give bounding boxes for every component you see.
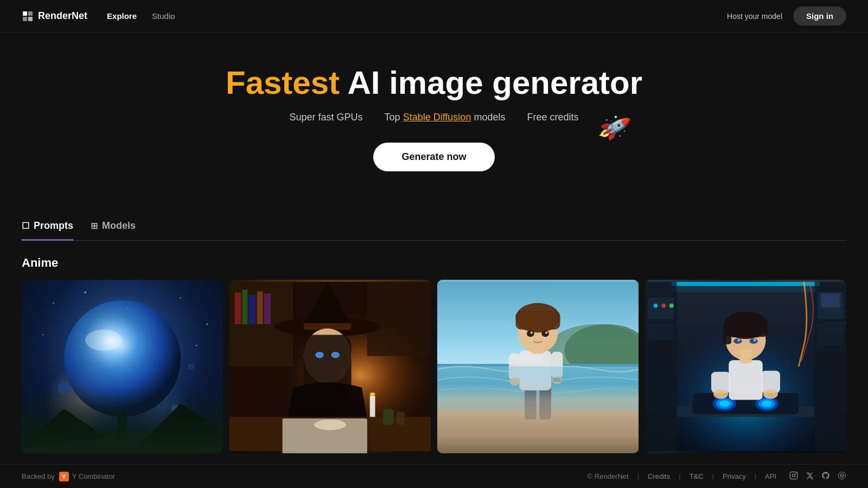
svg-rect-104 (825, 316, 846, 318)
svg-rect-103 (825, 310, 846, 312)
svg-rect-86 (729, 360, 762, 400)
tabs-section: ☐ Prompts ⊞ Models (0, 204, 868, 241)
footer: Backed by Y Y Combinator © RenderNet | C… (0, 464, 868, 488)
beach-svg (437, 280, 639, 453)
hero-subtitle: Super fast GPUs Top Stable Diffusion mod… (290, 112, 579, 123)
svg-point-98 (738, 339, 740, 341)
instagram-icon[interactable] (789, 471, 798, 481)
witch-image-inner (229, 280, 431, 453)
workshop-svg (645, 280, 846, 453)
tab-models[interactable]: ⊞ Models (91, 215, 136, 241)
logo-text: RenderNet (38, 10, 87, 22)
gallery-image-workshop[interactable] (645, 280, 846, 453)
footer-link-credits[interactable]: Credits (648, 472, 670, 480)
models-icon: ⊞ (91, 221, 98, 231)
tab-prompts[interactable]: ☐ Prompts (22, 215, 73, 241)
nav-links: Explore Studio (107, 11, 175, 21)
svg-point-60 (527, 331, 534, 337)
social-icons (789, 471, 846, 481)
gallery-image-space[interactable] (22, 280, 223, 453)
footer-link-tc[interactable]: T&C (690, 472, 704, 480)
svg-point-89 (713, 389, 728, 399)
github-icon[interactable] (821, 471, 830, 481)
beach-image-inner (437, 280, 639, 453)
svg-point-39 (370, 393, 375, 396)
subtitle-credits: Free credits (527, 112, 578, 123)
svg-point-61 (541, 331, 549, 337)
svg-rect-59 (515, 311, 560, 329)
generate-now-button[interactable]: Generate now (373, 143, 494, 171)
svg-point-110 (792, 474, 795, 477)
svg-point-7 (180, 297, 181, 298)
svg-rect-25 (235, 292, 241, 324)
twitter-x-icon[interactable] (806, 472, 814, 481)
svg-point-75 (654, 304, 658, 308)
svg-rect-52 (509, 354, 520, 380)
space-svg (22, 280, 223, 453)
svg-rect-24 (367, 282, 431, 356)
svg-point-35 (315, 352, 324, 358)
gallery-image-witch[interactable] (229, 280, 431, 453)
svg-point-76 (661, 304, 666, 308)
svg-point-14 (171, 404, 180, 413)
svg-rect-106 (825, 329, 846, 331)
svg-point-5 (85, 292, 86, 293)
gallery-image-beach[interactable] (437, 280, 639, 453)
svg-rect-48 (437, 412, 639, 451)
svg-point-12 (85, 330, 122, 351)
host-model-link[interactable]: Host your model (727, 12, 782, 21)
hero-title-orange: Fastest (226, 65, 340, 101)
footer-link-api[interactable]: API (765, 472, 776, 480)
footer-left: Backed by Y Y Combinator (22, 472, 115, 481)
svg-point-36 (331, 352, 340, 358)
tabs: ☐ Prompts ⊞ Models (22, 215, 846, 241)
svg-rect-27 (248, 295, 256, 324)
svg-rect-2 (23, 17, 27, 21)
hero-title: Fastest AI image generator (226, 65, 642, 101)
nav-right: Host your model Sign in (727, 7, 846, 25)
prompts-icon: ☐ (22, 221, 29, 231)
svg-point-97 (749, 338, 758, 344)
nav-explore[interactable]: Explore (107, 11, 137, 21)
svg-rect-109 (790, 472, 797, 479)
footer-link-privacy[interactable]: Privacy (723, 472, 746, 480)
svg-rect-64 (553, 378, 561, 382)
footer-sep-4: | (755, 472, 756, 480)
svg-point-15 (188, 363, 195, 370)
svg-rect-72 (648, 324, 674, 340)
svg-rect-1 (28, 11, 33, 16)
sign-in-button[interactable]: Sign in (793, 7, 846, 25)
svg-point-62 (531, 332, 533, 334)
svg-rect-41 (283, 419, 367, 453)
nav-studio[interactable]: Studio (152, 11, 175, 21)
svg-point-115 (843, 474, 844, 476)
yc-badge[interactable]: Y Y Combinator (59, 472, 115, 481)
gallery-section-title: Anime (22, 256, 846, 270)
svg-rect-105 (825, 322, 846, 324)
svg-point-18 (117, 412, 128, 422)
svg-point-9 (42, 334, 43, 335)
svg-rect-43 (397, 412, 405, 425)
svg-rect-71 (648, 298, 674, 319)
svg-rect-51 (519, 351, 551, 390)
svg-rect-28 (257, 291, 263, 324)
svg-point-55 (552, 376, 563, 384)
svg-rect-108 (821, 294, 839, 306)
tab-prompts-label: Prompts (34, 220, 73, 232)
footer-right: © RenderNet | Credits | T&C | Privacy | … (588, 471, 846, 481)
navbar: RenderNet Explore Studio Host your model… (0, 0, 868, 33)
svg-rect-3 (28, 17, 33, 21)
space-image-inner (22, 280, 223, 453)
svg-point-90 (763, 389, 778, 399)
logo[interactable]: RenderNet (22, 10, 87, 22)
witch-svg (229, 280, 431, 453)
svg-marker-19 (22, 409, 106, 446)
svg-rect-29 (264, 293, 271, 324)
reddit-icon[interactable] (838, 471, 846, 481)
svg-point-4 (53, 303, 54, 304)
footer-sep-3: | (712, 472, 714, 480)
logo-icon (22, 10, 34, 22)
yc-logo: Y (59, 472, 69, 481)
image-grid (22, 280, 846, 453)
svg-point-13 (58, 381, 70, 394)
